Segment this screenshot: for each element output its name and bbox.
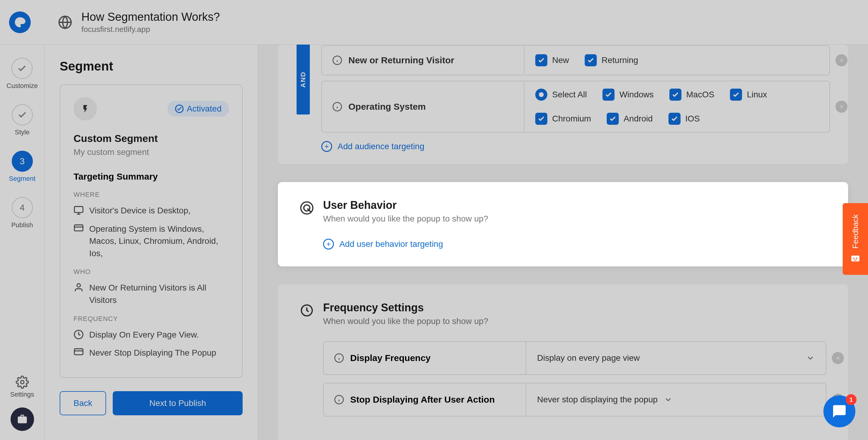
info-icon[interactable] — [332, 101, 342, 112]
settings-link[interactable]: Settings — [10, 376, 34, 399]
chevron-down-icon — [664, 395, 673, 404]
svg-rect-4 — [74, 207, 83, 213]
app-logo[interactable] — [9, 11, 31, 33]
activated-badge: Activated — [167, 101, 229, 117]
svg-rect-11 — [74, 349, 83, 355]
back-button[interactable]: Back — [60, 391, 106, 415]
info-icon[interactable] — [334, 353, 344, 363]
add-audience-targeting-link[interactable]: + Add audience targeting — [321, 141, 848, 152]
frequency-title: Frequency Settings — [323, 302, 488, 314]
plus-circle-icon: + — [323, 239, 334, 250]
option-returning[interactable]: Returning — [585, 54, 638, 66]
chat-icon — [832, 404, 847, 419]
svg-rect-7 — [74, 225, 83, 231]
user-behavior-section: User Behavior When would you like the po… — [278, 182, 848, 266]
summary-line: Never Stop Displaying The Popup — [73, 347, 229, 359]
globe-icon — [58, 15, 72, 30]
card-description: My custom segment — [73, 147, 229, 157]
info-icon[interactable] — [332, 55, 342, 65]
plus-circle-icon: + — [321, 141, 332, 152]
feedback-icon — [850, 253, 861, 264]
option-windows[interactable]: Windows — [602, 89, 654, 101]
card-heading: Custom Segment — [73, 133, 229, 144]
option-linux[interactable]: Linux — [730, 89, 767, 101]
targeting-row-visitor-type: New or Returning Visitor New Returning ✕ — [321, 45, 830, 75]
svg-point-2 — [21, 381, 24, 384]
step-segment[interactable]: 3 Segment — [9, 151, 35, 183]
feedback-tab[interactable]: Feedback — [843, 203, 868, 275]
page-subtitle: focusfirst.netlify.app — [82, 25, 220, 34]
svg-point-30 — [856, 258, 858, 259]
summary-heading: Targeting Summary — [73, 171, 229, 182]
clock-icon — [300, 303, 314, 318]
frequency-row-stop: Stop Displaying After User Action Never … — [323, 383, 827, 416]
option-ios[interactable]: IOS — [669, 113, 700, 125]
option-android[interactable]: Android — [607, 113, 653, 125]
where-label: WHERE — [73, 191, 229, 198]
remove-row-button[interactable]: ✕ — [835, 101, 847, 113]
step-style[interactable]: Style — [12, 104, 33, 136]
frequency-description: When would you like the popup to show up… — [323, 316, 488, 326]
summary-line: New Or Returning Visitors is All Visitor… — [73, 282, 229, 306]
option-new[interactable]: New — [535, 54, 569, 66]
behavior-title: User Behavior — [323, 199, 488, 212]
gear-icon — [16, 376, 29, 389]
summary-line: Display On Every Page View. — [73, 329, 229, 341]
behavior-description: When would you like the popup to show up… — [323, 214, 488, 224]
and-connector: AND — [297, 44, 310, 115]
display-frequency-select[interactable]: Display on every page view — [526, 342, 826, 374]
next-to-publish-button[interactable]: Next to Publish — [113, 391, 243, 415]
frequency-label: FREQUENCY — [73, 315, 229, 323]
panel-title: Segment — [60, 59, 243, 73]
svg-point-9 — [77, 284, 80, 287]
step-customize[interactable]: Customize — [7, 58, 38, 90]
chat-button[interactable]: 1 — [824, 396, 855, 427]
bolt-icon — [73, 97, 97, 121]
summary-line: Visitor's Device is Desktop, — [73, 205, 229, 217]
svg-point-29 — [853, 258, 855, 259]
option-macos[interactable]: MacOS — [670, 89, 714, 101]
stop-displaying-select[interactable]: Never stop displaying the popup — [526, 383, 826, 416]
remove-row-button[interactable]: ✕ — [835, 54, 847, 66]
who-label: WHO — [73, 268, 229, 276]
step-publish[interactable]: 4 Publish — [11, 197, 33, 229]
summary-line: Operating System is Windows, Macos, Linu… — [73, 223, 229, 260]
option-select-all[interactable]: Select All — [535, 89, 587, 101]
behavior-icon — [300, 201, 314, 215]
info-icon[interactable] — [334, 395, 344, 405]
remove-row-button[interactable]: ✕ — [832, 352, 844, 364]
toolbox-button[interactable] — [10, 407, 34, 431]
chevron-down-icon — [806, 353, 815, 363]
option-chromium[interactable]: Chromium — [535, 113, 591, 125]
page-title: How Segmentation Works? — [82, 10, 220, 24]
segment-card: Activated Custom Segment My custom segme… — [60, 84, 243, 378]
chat-badge: 1 — [846, 394, 857, 405]
targeting-row-os: Operating System Select All Windows MacO… — [321, 81, 830, 133]
add-user-behavior-targeting-link[interactable]: + Add user behavior targeting — [323, 239, 827, 250]
frequency-row-display: Display Frequency Display on every page … — [323, 341, 827, 375]
